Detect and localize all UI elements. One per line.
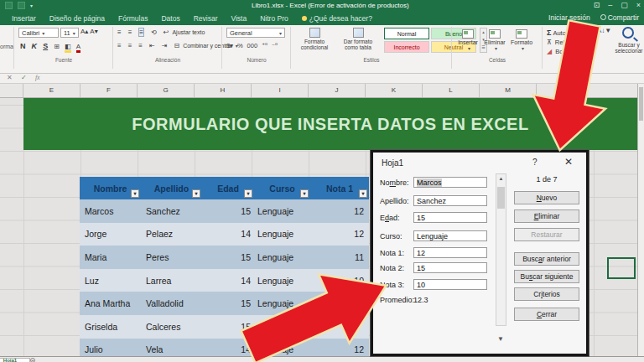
table-header-nombre[interactable]: Nombre▾ xyxy=(80,177,141,199)
filter-dropdown-icon[interactable]: ▾ xyxy=(192,189,200,198)
new-sheet-icon[interactable]: + xyxy=(30,358,35,362)
menu-tab--qu-desea-hacer-[interactable]: ¿Qué desea hacer? xyxy=(295,13,379,24)
dialog-input-nota2[interactable]: 15 xyxy=(413,262,487,273)
font-name-select[interactable]: Calibri▾ xyxy=(18,28,59,38)
cell-edad[interactable]: 14 xyxy=(202,269,254,292)
sort-filter-icon[interactable]: A↓▼ xyxy=(597,27,611,34)
fill-button[interactable]: ⊼Rellenar▾ xyxy=(547,39,586,46)
cell-nota1[interactable]: 10 xyxy=(310,269,369,292)
cell-nota1[interactable]: 11 xyxy=(310,292,369,315)
cell-edad[interactable]: 15 xyxy=(202,199,254,223)
cell-curso[interactable]: Lenguaje xyxy=(254,223,310,246)
vertical-scrollbar[interactable] xyxy=(637,84,644,362)
column-header-partial[interactable] xyxy=(0,84,23,97)
underline-button[interactable]: S xyxy=(43,42,48,50)
wrap-text-button[interactable]: ↩Ajustar texto xyxy=(164,28,205,36)
sign-in-link[interactable]: Iniciar sesión xyxy=(548,13,590,22)
format-painter-partial-label[interactable]: ormato xyxy=(0,44,13,49)
column-header-i[interactable]: I xyxy=(252,84,309,97)
cell-apellido[interactable]: Sanchez xyxy=(141,199,202,223)
share-button[interactable]: Compartir xyxy=(600,13,639,22)
dialog-input-edad[interactable]: 15 xyxy=(413,212,487,223)
cell-nombre[interactable]: Maria xyxy=(80,246,141,269)
cell-edad[interactable]: 15 xyxy=(202,292,254,315)
column-header-h[interactable]: H xyxy=(195,84,252,97)
cell-nombre[interactable]: Luz xyxy=(80,269,141,292)
increase-indent-icon[interactable]: ⇥ xyxy=(162,42,168,49)
ribbon-options-icon[interactable]: ⊡ xyxy=(594,1,600,9)
qat-dropdown-icon[interactable]: ▾ xyxy=(30,3,33,8)
cells-formato-button[interactable]: Formato▾ xyxy=(508,28,535,51)
column-header-m[interactable]: M xyxy=(480,84,537,97)
menu-tab-dise-o-de-p-gina[interactable]: Diseño de página xyxy=(43,13,112,24)
dialog-button-nuevo[interactable]: Nuevo xyxy=(514,191,579,204)
cell-nombre[interactable]: Jorge xyxy=(80,223,141,246)
comma-format-icon[interactable]: 000 xyxy=(247,42,258,49)
cell-apellido[interactable]: Peres xyxy=(141,246,202,269)
filter-dropdown-icon[interactable]: ▾ xyxy=(300,189,309,198)
table-header-nota-1[interactable]: Nota 1▾ xyxy=(310,177,369,199)
format-as-table-button[interactable]: Dar formato como tabla xyxy=(337,27,379,50)
dialog-button-buscar-anterior[interactable]: Buscar anterior xyxy=(514,252,579,266)
font-size-select[interactable]: 11▾ xyxy=(60,28,79,38)
cell-curso[interactable]: Lenguaje xyxy=(254,246,310,269)
decrease-indent-icon[interactable]: ⇤ xyxy=(149,42,155,49)
number-format-select[interactable]: General▾ xyxy=(226,28,285,38)
dialog-input-curso[interactable]: Lenguaje xyxy=(413,230,487,241)
cell-apellido[interactable]: Pelaez xyxy=(141,223,202,246)
dialog-button-cerrar[interactable]: Cerrar xyxy=(514,308,579,321)
menu-tab-datos[interactable]: Datos xyxy=(154,13,186,24)
cell-apellido[interactable]: Valladolid xyxy=(141,292,202,315)
dialog-scrollbar[interactable]: ▲ xyxy=(496,173,506,326)
cell-apellido[interactable]: Larrea xyxy=(141,269,202,292)
align-middle-icon[interactable]: ≡ xyxy=(128,28,132,36)
cell-nota1[interactable] xyxy=(310,315,369,339)
cell-nota1[interactable]: 12 xyxy=(310,199,369,223)
menu-tab-revisar[interactable]: Revisar xyxy=(187,13,225,24)
enter-icon[interactable]: ✓ xyxy=(21,74,27,81)
maximize-icon[interactable]: ▢ xyxy=(621,1,628,9)
minimize-icon[interactable]: – xyxy=(608,1,612,9)
selected-cell[interactable] xyxy=(607,257,636,279)
align-center-icon[interactable]: ≡ xyxy=(128,42,132,49)
cell-curso[interactable]: Lenguaje xyxy=(254,315,310,339)
shrink-font-button[interactable]: A▾ xyxy=(90,28,97,38)
column-header-k[interactable]: K xyxy=(366,84,423,97)
close-icon[interactable]: × xyxy=(636,1,641,9)
cell-style-normal[interactable]: Normal xyxy=(384,28,429,39)
cell-nombre[interactable]: Griselda xyxy=(80,315,141,339)
percent-format-icon[interactable]: % xyxy=(237,42,243,49)
orientation-icon[interactable]: ⟲ xyxy=(151,28,157,36)
cell-curso[interactable]: Lenguaje xyxy=(254,269,310,292)
filter-dropdown-icon[interactable]: ▾ xyxy=(359,189,367,198)
cell-curso[interactable]: Lenguaje xyxy=(254,199,310,223)
increase-decimal-icon[interactable]: ⁺⁰ xyxy=(262,42,267,49)
save-icon[interactable] xyxy=(5,2,13,9)
dialog-button-criterios[interactable]: Criterios xyxy=(514,287,579,301)
menu-tab-vista[interactable]: Vista xyxy=(224,13,253,24)
borders-icon[interactable]: ⊞ xyxy=(54,43,60,50)
cells-eliminar-button[interactable]: Eliminar▾ xyxy=(481,28,508,51)
fill-color-icon[interactable]: ◧ xyxy=(65,43,71,53)
align-right-icon[interactable]: ≡ xyxy=(138,42,143,49)
align-bottom-icon[interactable]: ≡ xyxy=(138,28,144,37)
insert-function-icon[interactable]: fx xyxy=(35,74,40,81)
conditional-format-button[interactable]: Formato condicional xyxy=(293,27,335,50)
menu-tab-insertar[interactable]: Insertar xyxy=(5,13,43,24)
column-header-e[interactable]: E xyxy=(23,84,80,97)
table-header-apellido[interactable]: Apellido▾ xyxy=(141,177,202,199)
sheet-tab[interactable]: Hoja1 xyxy=(0,358,30,362)
menu-tab-f-rmulas[interactable]: Fórmulas xyxy=(112,13,154,24)
cell-style-incorrecto[interactable]: Incorrecto xyxy=(384,41,429,53)
grow-font-button[interactable]: A▴ xyxy=(80,28,88,38)
dialog-input-nota3[interactable]: 10 xyxy=(413,279,487,290)
cell-edad[interactable]: 14 xyxy=(202,223,254,246)
scroll-up-icon[interactable]: ▲ xyxy=(496,176,506,181)
dialog-close-icon[interactable]: ✕ xyxy=(564,156,573,168)
filter-dropdown-icon[interactable]: ▾ xyxy=(131,189,139,198)
cell-edad[interactable]: 15 xyxy=(202,315,254,339)
align-top-icon[interactable]: ≡ xyxy=(117,28,122,36)
font-color-icon[interactable]: A xyxy=(76,43,80,53)
touch-mode-icon[interactable] xyxy=(18,2,25,9)
dialog-button-buscar-siguiente[interactable]: Buscar siguiente xyxy=(514,270,579,283)
